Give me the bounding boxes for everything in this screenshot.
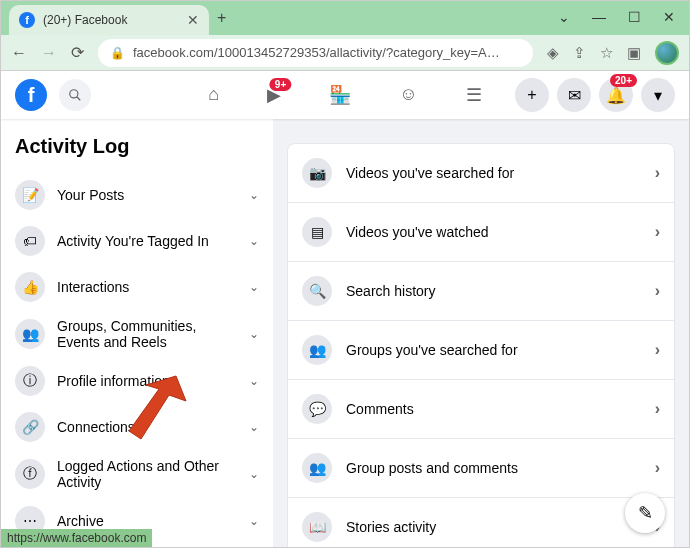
chevron-down-icon[interactable]: ⌄ [558, 9, 570, 25]
chevron-right-icon: › [655, 223, 660, 241]
row-label: Groups you've searched for [346, 342, 641, 358]
window-controls: ⌄ — ☐ ✕ [544, 1, 689, 33]
svg-point-0 [70, 90, 78, 98]
chevron-down-icon: ⌄ [249, 327, 259, 341]
watch-badge: 9+ [270, 78, 291, 91]
sidebar-item-1[interactable]: 🏷 Activity You're Tagged In ⌄ [9, 218, 265, 264]
chevron-down-icon: ⌄ [249, 514, 259, 528]
status-bar: https://www.facebook.com [1, 529, 152, 547]
row-icon: 💬 [302, 394, 332, 424]
sidebar-item-4[interactable]: ⓘ Profile information ⌄ [9, 358, 265, 404]
search-icon [68, 88, 82, 102]
row-icon: 👥 [302, 453, 332, 483]
sidebar-item-2[interactable]: 👍 Interactions ⌄ [9, 264, 265, 310]
activity-row-5[interactable]: 👥 Group posts and comments › [288, 439, 674, 498]
activity-row-0[interactable]: 📷 Videos you've searched for › [288, 144, 674, 203]
row-label: Videos you've searched for [346, 165, 641, 181]
watch-icon[interactable]: ▶9+ [267, 84, 281, 106]
row-icon: 📖 [302, 512, 332, 542]
chevron-down-icon: ⌄ [249, 467, 259, 481]
url-input[interactable]: 🔒 facebook.com/100013452729353/allactivi… [98, 39, 533, 67]
reload-button[interactable]: ⟳ [71, 43, 84, 62]
sidebar-item-icon: 🏷 [15, 226, 45, 256]
row-label: Stories activity [346, 519, 641, 535]
sidebar-item-6[interactable]: ⓕ Logged Actions and Other Activity ⌄ [9, 450, 265, 498]
svg-line-1 [77, 97, 81, 101]
facebook-favicon: f [19, 12, 35, 28]
page-title: Activity Log [15, 135, 265, 158]
chevron-down-icon: ⌄ [249, 280, 259, 294]
sidebar-item-label: Groups, Communities, Events and Reels [57, 318, 237, 350]
chevron-right-icon: › [655, 459, 660, 477]
profile-avatar[interactable] [655, 41, 679, 65]
sidebar-item-0[interactable]: 📝 Your Posts ⌄ [9, 172, 265, 218]
browser-tab[interactable]: f (20+) Facebook ✕ [9, 5, 209, 35]
activity-row-4[interactable]: 💬 Comments › [288, 380, 674, 439]
new-tab-button[interactable]: + [217, 9, 226, 27]
notifications-button[interactable]: 🔔20+ [599, 78, 633, 112]
activity-card: 📷 Videos you've searched for ›▤ Videos y… [287, 143, 675, 547]
account-button[interactable]: ▾ [641, 78, 675, 112]
activity-row-1[interactable]: ▤ Videos you've watched › [288, 203, 674, 262]
sidebar-item-3[interactable]: 👥 Groups, Communities, Events and Reels … [9, 310, 265, 358]
edit-fab[interactable]: ✎ [625, 493, 665, 533]
sidebar-item-label: Interactions [57, 279, 237, 295]
sidebar-item-icon: 🔗 [15, 412, 45, 442]
row-label: Group posts and comments [346, 460, 641, 476]
sidebar-item-label: Connections [57, 419, 237, 435]
url-text: facebook.com/100013452729353/allactivity… [133, 45, 521, 60]
chevron-right-icon: › [655, 282, 660, 300]
menu-icon[interactable]: ☰ [466, 84, 482, 106]
groups-icon[interactable]: ☺ [399, 84, 417, 106]
chevron-down-icon: ⌄ [249, 374, 259, 388]
sidebar-item-icon: 👥 [15, 319, 45, 349]
sidebar-item-label: Archive [57, 513, 237, 529]
install-icon[interactable]: ◈ [547, 44, 559, 62]
close-tab-icon[interactable]: ✕ [187, 12, 199, 28]
maximize-icon[interactable]: ☐ [628, 9, 641, 25]
chevron-down-icon: ⌄ [249, 188, 259, 202]
tab-title: (20+) Facebook [43, 13, 179, 27]
messenger-button[interactable]: ✉ [557, 78, 591, 112]
activity-row-3[interactable]: 👥 Groups you've searched for › [288, 321, 674, 380]
chevron-right-icon: › [655, 341, 660, 359]
minimize-icon[interactable]: — [592, 9, 606, 25]
sidebar-item-label: Your Posts [57, 187, 237, 203]
sidebar-item-label: Activity You're Tagged In [57, 233, 237, 249]
chevron-right-icon: › [655, 164, 660, 182]
row-icon: 🔍 [302, 276, 332, 306]
sidebar-item-5[interactable]: 🔗 Connections ⌄ [9, 404, 265, 450]
activity-row-6[interactable]: 📖 Stories activity › [288, 498, 674, 547]
create-button[interactable]: + [515, 78, 549, 112]
forward-button[interactable]: → [41, 44, 57, 62]
chevron-down-icon: ⌄ [249, 234, 259, 248]
sidebar: Activity Log 📝 Your Posts ⌄🏷 Activity Yo… [1, 119, 273, 547]
close-window-icon[interactable]: ✕ [663, 9, 675, 25]
notif-badge: 20+ [610, 74, 637, 87]
marketplace-icon[interactable]: 🏪 [329, 84, 351, 106]
bookmark-icon[interactable]: ☆ [600, 44, 613, 62]
chevron-down-icon: ⌄ [249, 420, 259, 434]
share-icon[interactable]: ⇪ [573, 44, 586, 62]
facebook-logo[interactable]: f [15, 79, 47, 111]
facebook-header: f ⌂ ▶9+ 🏪 ☺ ☰ + ✉ 🔔20+ ▾ [1, 71, 689, 119]
sidebar-item-label: Logged Actions and Other Activity [57, 458, 237, 490]
row-label: Videos you've watched [346, 224, 641, 240]
home-icon[interactable]: ⌂ [208, 84, 219, 106]
lock-icon: 🔒 [110, 46, 125, 60]
row-icon: ▤ [302, 217, 332, 247]
row-label: Search history [346, 283, 641, 299]
facebook-nav: ⌂ ▶9+ 🏪 ☺ ☰ [208, 84, 481, 106]
extensions-icon[interactable]: ▣ [627, 44, 641, 62]
address-bar: ← → ⟳ 🔒 facebook.com/100013452729353/all… [1, 35, 689, 71]
back-button[interactable]: ← [11, 44, 27, 62]
sidebar-item-icon: 📝 [15, 180, 45, 210]
search-button[interactable] [59, 79, 91, 111]
main-panel: 📷 Videos you've searched for ›▤ Videos y… [273, 119, 689, 547]
chevron-right-icon: › [655, 400, 660, 418]
content-area: Activity Log 📝 Your Posts ⌄🏷 Activity Yo… [1, 119, 689, 547]
window-titlebar: f (20+) Facebook ✕ + ⌄ — ☐ ✕ [1, 1, 689, 35]
sidebar-item-icon: 👍 [15, 272, 45, 302]
activity-row-2[interactable]: 🔍 Search history › [288, 262, 674, 321]
row-icon: 👥 [302, 335, 332, 365]
